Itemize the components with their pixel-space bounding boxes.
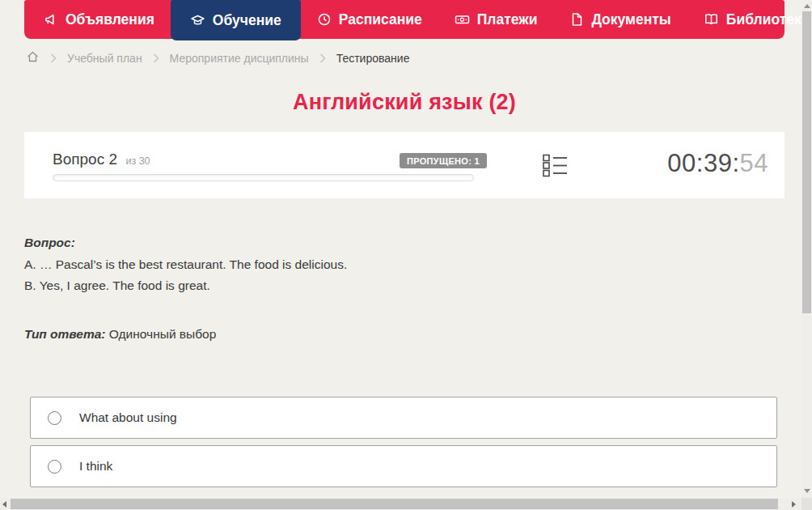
question-progress-bar	[53, 174, 474, 181]
nav-item-schedule[interactable]: Расписание	[301, 0, 438, 39]
question-line-a: A. … Pascal’s is the best restaurant. Th…	[24, 257, 347, 272]
breadcrumb-item-curriculum[interactable]: Учебный план	[67, 52, 142, 65]
question-number: Вопрос 2	[53, 151, 117, 168]
nav-item-payments[interactable]: Платежи	[438, 0, 554, 39]
nav-item-label: Расписание	[339, 11, 422, 28]
nav-item-label: Документы	[591, 11, 670, 28]
breadcrumb-item-testing: Тестирование	[336, 52, 410, 65]
nav-item-label: Библиотека	[726, 11, 810, 28]
horizontal-scrollbar[interactable]	[0, 498, 801, 510]
book-icon	[704, 12, 719, 27]
home-icon[interactable]	[26, 50, 40, 66]
question-counter: Вопрос 2 из 30	[53, 151, 150, 168]
answer-option-2[interactable]: I think	[30, 445, 777, 487]
scroll-left-arrow-icon[interactable]	[2, 501, 6, 508]
timer-hours-minutes: 00:39:	[667, 149, 739, 177]
radio-option-2[interactable]	[48, 460, 61, 474]
timer-seconds: 54	[740, 149, 768, 177]
nav-item-documents[interactable]: Документы	[553, 0, 687, 39]
question-total: из 30	[125, 155, 150, 167]
vertical-scrollbar[interactable]	[801, 0, 812, 498]
page-title: Английский язык (2)	[0, 90, 809, 115]
radio-option-1[interactable]	[48, 411, 61, 425]
nav-item-announcements[interactable]: Объявления	[27, 0, 171, 39]
chevron-right-icon	[319, 53, 326, 63]
skipped-badge: ПРОПУЩЕНО: 1	[400, 153, 487, 168]
chevron-right-icon	[153, 53, 159, 63]
nav-item-learning[interactable]: Обучение	[171, 0, 301, 40]
vertical-scrollbar-thumb[interactable]	[802, 11, 811, 313]
question-list-icon[interactable]	[543, 154, 568, 181]
nav-item-label: Обучение	[213, 12, 281, 29]
banknote-icon	[455, 12, 470, 27]
megaphone-icon	[44, 12, 58, 27]
main-navbar: Объявления Обучение Расписание Платежи Д…	[24, 0, 785, 39]
clock-icon	[317, 12, 332, 27]
scroll-up-arrow-icon[interactable]	[804, 4, 810, 8]
horizontal-scrollbar-thumb[interactable]	[11, 499, 778, 509]
answer-option-1-label: What about using	[79, 410, 177, 425]
breadcrumb: Учебный план Мероприятие дисциплины Тест…	[26, 49, 409, 67]
scroll-down-arrow-icon[interactable]	[804, 489, 810, 493]
scrollbar-corner	[801, 498, 812, 510]
answer-option-1[interactable]: What about using	[30, 397, 777, 439]
scroll-right-arrow-icon[interactable]	[792, 501, 796, 508]
answer-type-label: Тип ответа:	[24, 327, 106, 341]
question-header-panel: Вопрос 2 из 30 ПРОПУЩЕНО: 1 00:39:54	[24, 132, 785, 198]
answer-type-row: Тип ответа: Одиночный выбор	[24, 327, 216, 342]
nav-item-label: Объявления	[66, 11, 154, 28]
nav-item-label: Платежи	[477, 11, 538, 28]
answer-type-value: Одиночный выбор	[109, 327, 217, 341]
question-line-b: B. Yes, I agree. The food is great.	[24, 278, 210, 293]
document-icon	[569, 12, 584, 27]
nav-item-library[interactable]: Библиотека	[687, 0, 812, 39]
question-heading: Вопрос:	[24, 236, 75, 250]
answer-option-2-label: I think	[79, 459, 112, 474]
breadcrumb-item-discipline-event[interactable]: Мероприятие дисциплины	[170, 52, 309, 65]
graduation-cap-icon	[190, 13, 205, 28]
chevron-right-icon	[50, 53, 57, 63]
timer: 00:39:54	[667, 149, 768, 178]
